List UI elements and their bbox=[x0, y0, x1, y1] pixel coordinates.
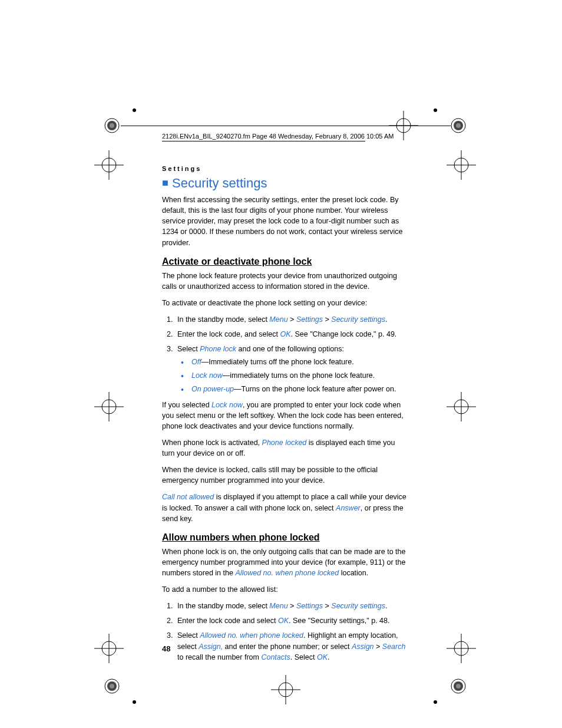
intro-paragraph: When first accessing the security settin… bbox=[162, 195, 409, 248]
svg-point-11 bbox=[456, 684, 461, 689]
regmark-top-right bbox=[450, 117, 467, 134]
page-content: Settings ■ Security settings When first … bbox=[162, 165, 409, 668]
bullet-off: Off—Immediately turns off the phone lock… bbox=[189, 357, 409, 368]
steps-list-1: In the standby mode, select Menu > Setti… bbox=[162, 314, 409, 395]
bullet-onpowerup: On power-up—Turns on the phone lock feat… bbox=[189, 384, 409, 395]
p-activated: When phone lock is activated, Phone lock… bbox=[162, 437, 409, 459]
main-heading: ■ Security settings bbox=[162, 176, 409, 191]
main-heading-text: Security settings bbox=[172, 176, 267, 190]
sub1-p1: The phone lock feature protects your dev… bbox=[162, 271, 409, 292]
regmark-bottom-left bbox=[104, 678, 120, 694]
steps-list-2: In the standby mode, select Menu > Setti… bbox=[162, 601, 409, 663]
square-bullet-icon: ■ bbox=[162, 177, 168, 189]
call-not-allowed-em: Call not allowed bbox=[162, 493, 214, 501]
p-if-selected: If you selected Lock now, you are prompt… bbox=[162, 400, 409, 431]
regmark-bottom-right bbox=[450, 678, 467, 694]
regmark-top-left bbox=[104, 117, 120, 134]
crosshair-left-mid bbox=[94, 392, 124, 421]
page-number: 48 bbox=[162, 644, 170, 653]
crosshair-right-bottom bbox=[447, 634, 476, 663]
bullet-locknow: Lock now—immediately turns on the phone … bbox=[189, 370, 409, 381]
svg-point-8 bbox=[110, 684, 114, 689]
step2-3: Select Allowed no. when phone locked. Hi… bbox=[175, 630, 409, 663]
allowed-no-em: Allowed no. when phone locked bbox=[235, 569, 339, 577]
section-label: Settings bbox=[162, 165, 409, 172]
security-settings-link: Security settings bbox=[331, 315, 385, 324]
step1-1: In the standby mode, select Menu > Setti… bbox=[175, 314, 409, 325]
lock-now-em: Lock now bbox=[211, 401, 243, 409]
print-header: 2128i.ENv1a_BIL_9240270.fm Page 48 Wedne… bbox=[162, 133, 394, 140]
p-locked-calls: When the device is locked, calls still m… bbox=[162, 465, 409, 486]
corner-dot-tl bbox=[133, 108, 136, 112]
step1-3: Select Phone lock and one of the followi… bbox=[175, 344, 409, 395]
corner-dot-tr bbox=[434, 108, 437, 112]
svg-point-5 bbox=[456, 123, 461, 128]
subheading-activate: Activate or deactivate phone lock bbox=[162, 256, 409, 267]
subheading-allow: Allow numbers when phone locked bbox=[162, 532, 409, 543]
phone-lock-link: Phone lock bbox=[200, 345, 236, 353]
sub1-p2: To activate or deactivate the phone lock… bbox=[162, 298, 409, 308]
menu-link: Menu bbox=[269, 315, 287, 324]
sub2-p1: When phone lock is on, the only outgoing… bbox=[162, 546, 409, 578]
corner-dot-bl bbox=[133, 700, 136, 704]
step2-1: In the standby mode, select Menu > Setti… bbox=[175, 601, 409, 612]
step1-2: Enter the lock code, and select OK. See … bbox=[175, 329, 409, 340]
corner-dot-br bbox=[434, 700, 437, 704]
step2-2: Enter the lock code and select OK. See "… bbox=[175, 615, 409, 627]
options-bullets: Off—Immediately turns off the phone lock… bbox=[177, 357, 409, 394]
settings-link: Settings bbox=[296, 315, 323, 324]
crosshair-left-top bbox=[94, 150, 124, 180]
svg-point-2 bbox=[110, 123, 114, 128]
header-rule bbox=[162, 141, 365, 141]
phone-locked-em: Phone locked bbox=[262, 439, 307, 447]
p-call-not-allowed: Call not allowed is displayed if you att… bbox=[162, 492, 409, 523]
crosshair-bottom-mid bbox=[271, 675, 300, 704]
crosshair-right-mid bbox=[447, 392, 476, 421]
sub2-p2: To add a number to the allowed list: bbox=[162, 584, 409, 595]
crosshair-right-top bbox=[447, 150, 476, 180]
ok-link: OK bbox=[280, 330, 290, 338]
answer-em: Answer bbox=[336, 504, 361, 512]
crosshair-left-bottom bbox=[94, 634, 124, 663]
